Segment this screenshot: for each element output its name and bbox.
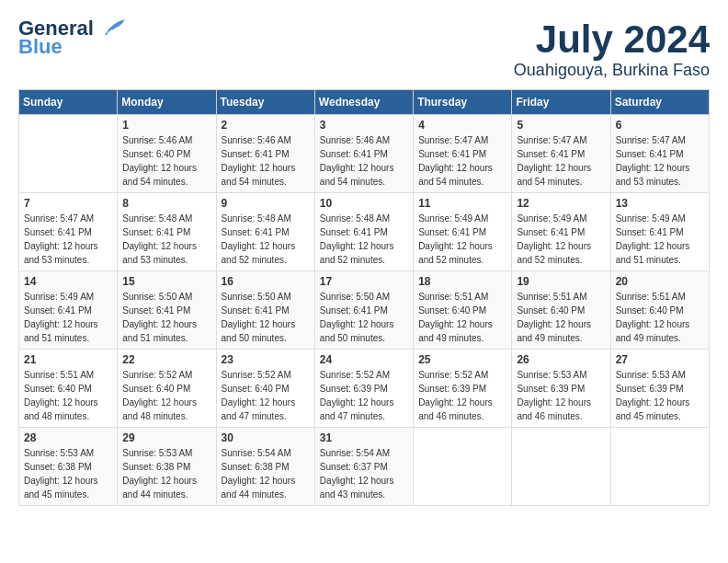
day-info: Sunrise: 5:51 AM Sunset: 6:40 PM Dayligh… <box>24 368 112 423</box>
calendar-week-4: 21Sunrise: 5:51 AM Sunset: 6:40 PM Dayli… <box>19 350 710 428</box>
page-header: General Blue July 2024 Ouahigouya, Burki… <box>18 18 710 80</box>
day-number: 4 <box>418 119 506 132</box>
calendar-cell: 4Sunrise: 5:47 AM Sunset: 6:41 PM Daylig… <box>414 115 512 193</box>
day-number: 18 <box>418 275 506 288</box>
day-info: Sunrise: 5:52 AM Sunset: 6:40 PM Dayligh… <box>122 368 210 423</box>
day-number: 1 <box>122 119 210 132</box>
day-info: Sunrise: 5:49 AM Sunset: 6:41 PM Dayligh… <box>418 212 506 267</box>
calendar-cell: 7Sunrise: 5:47 AM Sunset: 6:41 PM Daylig… <box>19 193 118 271</box>
calendar-cell: 26Sunrise: 5:53 AM Sunset: 6:39 PM Dayli… <box>512 350 610 428</box>
day-number: 2 <box>222 119 310 132</box>
day-number: 12 <box>517 197 605 210</box>
calendar-cell <box>512 428 610 506</box>
day-info: Sunrise: 5:50 AM Sunset: 6:41 PM Dayligh… <box>122 290 210 345</box>
calendar-cell: 15Sunrise: 5:50 AM Sunset: 6:41 PM Dayli… <box>118 271 216 350</box>
day-info: Sunrise: 5:51 AM Sunset: 6:40 PM Dayligh… <box>517 290 605 345</box>
logo-line2: Blue <box>18 37 63 57</box>
day-info: Sunrise: 5:53 AM Sunset: 6:38 PM Dayligh… <box>122 446 210 501</box>
calendar-cell: 23Sunrise: 5:52 AM Sunset: 6:40 PM Dayli… <box>216 350 314 428</box>
day-number: 28 <box>24 431 112 444</box>
calendar-cell: 18Sunrise: 5:51 AM Sunset: 6:40 PM Dayli… <box>414 271 512 350</box>
calendar-week-3: 14Sunrise: 5:49 AM Sunset: 6:41 PM Dayli… <box>19 271 710 350</box>
day-info: Sunrise: 5:49 AM Sunset: 6:41 PM Dayligh… <box>517 212 605 267</box>
day-info: Sunrise: 5:48 AM Sunset: 6:41 PM Dayligh… <box>122 212 210 267</box>
day-info: Sunrise: 5:52 AM Sunset: 6:40 PM Dayligh… <box>222 368 310 423</box>
day-info: Sunrise: 5:52 AM Sunset: 6:39 PM Dayligh… <box>418 368 506 423</box>
day-info: Sunrise: 5:54 AM Sunset: 6:38 PM Dayligh… <box>222 446 310 501</box>
day-info: Sunrise: 5:46 AM Sunset: 6:41 PM Dayligh… <box>222 133 310 189</box>
calendar-cell: 29Sunrise: 5:53 AM Sunset: 6:38 PM Dayli… <box>118 428 216 506</box>
day-number: 23 <box>222 353 310 366</box>
calendar-cell: 24Sunrise: 5:52 AM Sunset: 6:39 PM Dayli… <box>314 350 413 428</box>
calendar-cell: 12Sunrise: 5:49 AM Sunset: 6:41 PM Dayli… <box>512 193 610 271</box>
location: Ouahigouya, Burkina Faso <box>514 61 710 80</box>
day-number: 21 <box>24 353 112 366</box>
day-info: Sunrise: 5:48 AM Sunset: 6:41 PM Dayligh… <box>320 212 408 267</box>
day-info: Sunrise: 5:47 AM Sunset: 6:41 PM Dayligh… <box>616 133 704 189</box>
calendar-cell: 22Sunrise: 5:52 AM Sunset: 6:40 PM Dayli… <box>118 350 216 428</box>
day-info: Sunrise: 5:52 AM Sunset: 6:39 PM Dayligh… <box>320 368 408 423</box>
calendar-header-row: SundayMondayTuesdayWednesdayThursdayFrid… <box>19 90 710 115</box>
day-info: Sunrise: 5:50 AM Sunset: 6:41 PM Dayligh… <box>222 290 310 345</box>
calendar-cell: 27Sunrise: 5:53 AM Sunset: 6:39 PM Dayli… <box>610 350 709 428</box>
calendar-cell: 2Sunrise: 5:46 AM Sunset: 6:41 PM Daylig… <box>216 115 314 193</box>
day-info: Sunrise: 5:50 AM Sunset: 6:41 PM Dayligh… <box>320 290 408 345</box>
calendar-week-2: 7Sunrise: 5:47 AM Sunset: 6:41 PM Daylig… <box>19 193 710 271</box>
day-number: 7 <box>24 197 112 210</box>
calendar-cell: 1Sunrise: 5:46 AM Sunset: 6:40 PM Daylig… <box>118 115 216 193</box>
calendar-cell: 17Sunrise: 5:50 AM Sunset: 6:41 PM Dayli… <box>314 271 413 350</box>
calendar-cell: 31Sunrise: 5:54 AM Sunset: 6:37 PM Dayli… <box>314 428 413 506</box>
header-sunday: Sunday <box>19 90 118 115</box>
day-number: 16 <box>222 275 310 288</box>
day-number: 25 <box>418 353 506 366</box>
calendar-cell: 16Sunrise: 5:50 AM Sunset: 6:41 PM Dayli… <box>216 271 314 350</box>
day-number: 31 <box>320 431 408 444</box>
day-number: 13 <box>616 197 704 210</box>
header-thursday: Thursday <box>414 90 512 115</box>
day-number: 19 <box>517 275 605 288</box>
calendar-table: SundayMondayTuesdayWednesdayThursdayFrid… <box>18 89 710 506</box>
day-info: Sunrise: 5:51 AM Sunset: 6:40 PM Dayligh… <box>418 290 506 345</box>
day-info: Sunrise: 5:53 AM Sunset: 6:39 PM Dayligh… <box>517 368 605 423</box>
day-number: 5 <box>517 119 605 132</box>
logo: General Blue <box>18 18 127 57</box>
calendar-cell: 19Sunrise: 5:51 AM Sunset: 6:40 PM Dayli… <box>512 271 610 350</box>
day-number: 10 <box>320 197 408 210</box>
day-info: Sunrise: 5:49 AM Sunset: 6:41 PM Dayligh… <box>24 290 112 345</box>
day-number: 8 <box>122 197 210 210</box>
month-title: July 2024 <box>514 18 710 61</box>
calendar-cell: 3Sunrise: 5:46 AM Sunset: 6:41 PM Daylig… <box>314 115 413 193</box>
calendar-cell <box>19 115 118 193</box>
day-info: Sunrise: 5:53 AM Sunset: 6:38 PM Dayligh… <box>24 446 112 501</box>
day-info: Sunrise: 5:47 AM Sunset: 6:41 PM Dayligh… <box>418 133 506 189</box>
calendar-cell: 8Sunrise: 5:48 AM Sunset: 6:41 PM Daylig… <box>118 193 216 271</box>
title-area: July 2024 Ouahigouya, Burkina Faso <box>514 18 710 80</box>
calendar-cell: 5Sunrise: 5:47 AM Sunset: 6:41 PM Daylig… <box>512 115 610 193</box>
calendar-cell: 25Sunrise: 5:52 AM Sunset: 6:39 PM Dayli… <box>414 350 512 428</box>
header-wednesday: Wednesday <box>314 90 413 115</box>
header-tuesday: Tuesday <box>216 90 314 115</box>
day-info: Sunrise: 5:53 AM Sunset: 6:39 PM Dayligh… <box>616 368 704 423</box>
day-info: Sunrise: 5:47 AM Sunset: 6:41 PM Dayligh… <box>24 212 112 267</box>
calendar-cell <box>414 428 512 506</box>
calendar-cell: 30Sunrise: 5:54 AM Sunset: 6:38 PM Dayli… <box>216 428 314 506</box>
day-number: 27 <box>616 353 704 366</box>
header-saturday: Saturday <box>610 90 709 115</box>
day-number: 29 <box>122 431 210 444</box>
calendar-cell: 21Sunrise: 5:51 AM Sunset: 6:40 PM Dayli… <box>19 350 118 428</box>
calendar-cell: 28Sunrise: 5:53 AM Sunset: 6:38 PM Dayli… <box>19 428 118 506</box>
day-number: 30 <box>222 431 310 444</box>
day-info: Sunrise: 5:49 AM Sunset: 6:41 PM Dayligh… <box>616 212 704 267</box>
day-info: Sunrise: 5:48 AM Sunset: 6:41 PM Dayligh… <box>222 212 310 267</box>
day-number: 24 <box>320 353 408 366</box>
day-number: 26 <box>517 353 605 366</box>
day-info: Sunrise: 5:46 AM Sunset: 6:41 PM Dayligh… <box>320 133 408 189</box>
logo-bird-icon <box>97 18 127 39</box>
calendar-cell: 13Sunrise: 5:49 AM Sunset: 6:41 PM Dayli… <box>610 193 709 271</box>
day-number: 20 <box>616 275 704 288</box>
day-info: Sunrise: 5:46 AM Sunset: 6:40 PM Dayligh… <box>122 133 210 189</box>
day-info: Sunrise: 5:51 AM Sunset: 6:40 PM Dayligh… <box>616 290 704 345</box>
day-number: 22 <box>122 353 210 366</box>
day-info: Sunrise: 5:54 AM Sunset: 6:37 PM Dayligh… <box>320 446 408 501</box>
day-number: 15 <box>122 275 210 288</box>
